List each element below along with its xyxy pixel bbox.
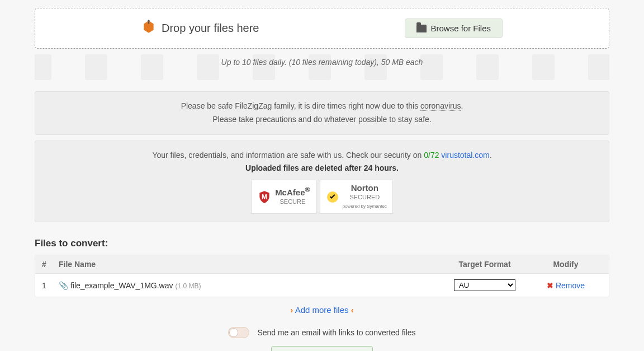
files-table: # File Name Target Format Modify 1 📎 fil… — [35, 255, 609, 297]
notice-line2: Please take precautions and do whatever … — [46, 113, 598, 127]
browse-button[interactable]: Browse for Files — [405, 18, 503, 38]
browse-label: Browse for Files — [431, 24, 491, 33]
drop-label: Drop your files here — [141, 20, 259, 37]
coronavirus-link[interactable]: coronavirus — [420, 101, 461, 111]
norton-brand: Norton — [343, 184, 387, 192]
box-icon — [141, 20, 156, 37]
file-name: file_example_WAV_1MG.wav — [70, 281, 173, 290]
chevron-right-icon: › — [290, 305, 293, 315]
folder-icon — [416, 25, 427, 32]
checkmark-icon — [326, 190, 339, 204]
remove-x-icon: ✖ — [547, 281, 553, 290]
col-name: File Name — [59, 260, 440, 269]
format-select[interactable]: AU — [454, 279, 515, 291]
virustotal-ratio: 0/72 — [424, 151, 439, 160]
norton-sub: SECURED — [343, 192, 387, 203]
add-more-row: › Add more files ‹ — [35, 305, 609, 315]
email-toggle[interactable] — [228, 327, 249, 338]
security-line1-prefix: Your files, credentials, and information… — [152, 151, 424, 160]
virustotal-link[interactable]: virustotal.com — [441, 151, 489, 160]
svg-text:M: M — [262, 193, 267, 201]
remove-button[interactable]: ✖ Remove — [547, 281, 585, 290]
mcafee-badge: M McAfee®SECURE — [251, 180, 316, 214]
limit-text: Up to 10 files daily. (10 files remainin… — [35, 58, 609, 67]
chevron-left-icon: ‹ — [351, 305, 354, 315]
safety-notice: Please be safe FileZigZag family, it is … — [35, 91, 609, 135]
col-format: Target Format — [440, 260, 529, 269]
drop-text: Drop your files here — [162, 22, 259, 35]
norton-powered: powered by Symantec — [343, 203, 387, 210]
norton-badge: NortonSECUREDpowered by Symantec — [320, 180, 393, 214]
start-converting-button[interactable]: Start Converting — [271, 346, 373, 351]
security-line2: Uploaded files are deleted after 24 hour… — [46, 162, 598, 175]
mcafee-sub: SECURE — [275, 196, 310, 207]
email-row: Send me an email with links to converted… — [35, 327, 609, 338]
notice-line1-suffix: . — [461, 101, 463, 110]
shield-icon: M — [257, 190, 272, 204]
files-title: Files to convert: — [35, 238, 609, 249]
dropzone[interactable]: Drop your files here Browse for Files — [35, 8, 609, 49]
email-label: Send me an email with links to converted… — [257, 328, 415, 337]
remove-label: Remove — [556, 281, 585, 290]
col-modify: Modify — [529, 260, 602, 269]
table-row: 1 📎 file_example_WAV_1MG.wav (1.0 MB) AU… — [35, 274, 609, 297]
files-header: # File Name Target Format Modify — [35, 255, 609, 274]
row-num: 1 — [42, 281, 59, 290]
notice-line1-prefix: Please be safe FileZigZag family, it is … — [181, 101, 420, 110]
clip-icon: 📎 — [59, 281, 68, 290]
add-more-link[interactable]: Add more files — [295, 305, 349, 315]
mcafee-brand: McAfee® — [275, 186, 310, 196]
file-size: (1.0 MB) — [175, 282, 201, 290]
security-box: Your files, credentials, and information… — [35, 141, 609, 223]
col-num: # — [42, 260, 59, 269]
security-line1-suffix: . — [490, 151, 492, 160]
